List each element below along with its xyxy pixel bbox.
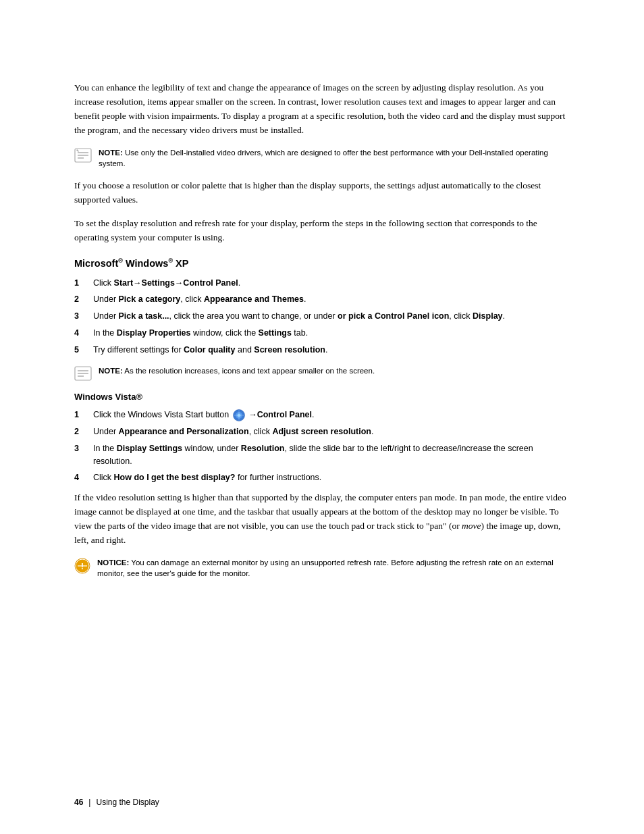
note-icon-1: ✎: [74, 148, 92, 163]
heading-microsoft: Microsoft: [74, 258, 118, 269]
step-vista-1: 1 Click the Windows Vista Start button →…: [74, 409, 570, 421]
para3: To set the display resolution and refres…: [74, 217, 570, 245]
heading-windows: Windows: [123, 258, 169, 269]
step-xp-3: 3 Under Pick a task..., click the area y…: [74, 310, 570, 323]
steps-vista: 1 Click the Windows Vista Start button →…: [74, 409, 570, 484]
step-vista-3: 3 In the Display Settings window, under …: [74, 442, 570, 468]
sup-microsoft: ®: [118, 257, 123, 264]
vista-start-icon: [233, 409, 245, 421]
footer-section-label: Using the Display: [96, 798, 159, 807]
pan-mode-para: If the video resolution setting is highe…: [74, 491, 570, 548]
note-icon-2: [74, 366, 92, 381]
heading-xp: XP: [173, 258, 188, 269]
note-box-1: ✎ NOTE: Use only the Dell-installed vide…: [74, 147, 570, 170]
step-xp-2: 2 Under Pick a category, click Appearanc…: [74, 293, 570, 306]
page: You can enhance the legibility of text a…: [0, 0, 644, 834]
footer-page-number: 46: [74, 798, 83, 807]
section-heading-vista: Windows Vista®: [74, 392, 570, 402]
section-heading-windows-xp: Microsoft® Windows® XP: [74, 257, 570, 269]
note-box-2: NOTE: As the resolution increases, icons…: [74, 365, 570, 381]
footer: 46 | Using the Display: [74, 798, 570, 807]
step-xp-5: 5 Try different settings for Color quali…: [74, 344, 570, 357]
notice-icon: !: [74, 558, 90, 574]
steps-windows-xp: 1 Click Start→Settings→Control Panel. 2 …: [74, 277, 570, 357]
footer-separator: |: [88, 798, 90, 807]
svg-text:✎: ✎: [76, 149, 79, 153]
step-vista-4: 4 Click How do I get the best display? f…: [74, 471, 570, 484]
notice-text: NOTICE: You can damage an external monit…: [97, 557, 570, 579]
step-vista-2: 2 Under Appearance and Personalization, …: [74, 425, 570, 438]
step-xp-1: 1 Click Start→Settings→Control Panel.: [74, 277, 570, 290]
note-text-2: NOTE: As the resolution increases, icons…: [99, 365, 375, 377]
intro-paragraph: You can enhance the legibility of text a…: [74, 81, 570, 138]
notice-box: ! NOTICE: You can damage an external mon…: [74, 557, 570, 579]
note-text-1: NOTE: Use only the Dell-installed video …: [99, 147, 570, 170]
step-xp-4: 4 In the Display Properties window, clic…: [74, 327, 570, 340]
para2: If you choose a resolution or color pale…: [74, 179, 570, 207]
